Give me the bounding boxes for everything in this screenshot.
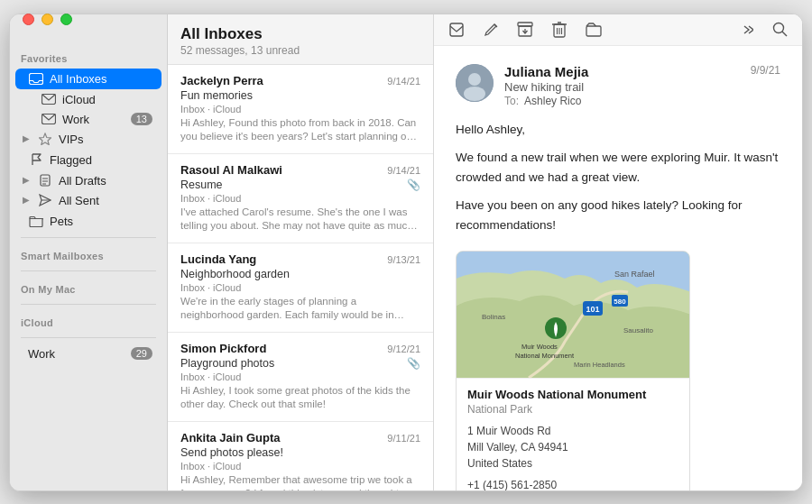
detail-to-name: Ashley Rico — [524, 95, 581, 107]
message-date: 9/12/21 — [387, 344, 420, 354]
message-item[interactable]: Simon Pickford 9/12/21 Playground photos… — [168, 333, 433, 422]
map-visual: 101 San Rafael Sausalito Bolinas Muir Wo… — [457, 252, 689, 378]
message-meta: Inbox · iCloud — [180, 461, 420, 472]
new-message-icon[interactable] — [447, 20, 466, 40]
sidebar-item-label: Work — [62, 113, 89, 126]
message-sender: Simon Pickford — [180, 342, 266, 355]
detail-header: Juliana Mejia New hiking trail To: Ashle… — [456, 64, 780, 107]
svg-text:Muir Woods: Muir Woods — [521, 343, 558, 351]
sidebar-divider-4 — [21, 337, 156, 338]
close-button[interactable] — [23, 14, 34, 25]
minimize-button[interactable] — [42, 14, 53, 25]
message-subject: Neighborhood garden — [180, 268, 420, 280]
sidebar-item-pets[interactable]: Pets — [15, 211, 161, 232]
paperplane-icon — [37, 194, 53, 206]
chevron-right-icon: ▶ — [23, 133, 33, 144]
message-list-title: All Inboxes — [180, 25, 420, 43]
message-meta: Inbox · iCloud — [180, 282, 420, 293]
svg-text:580: 580 — [614, 298, 626, 306]
message-item[interactable]: Rasoul Al Malkawi 9/14/21 Resume 📎 Inbox… — [168, 154, 433, 243]
sidebar-item-label: Work — [28, 347, 131, 361]
sidebar-item-label: iCloud — [62, 93, 96, 106]
on-my-mac-label: On My Mac — [10, 277, 167, 298]
message-subject: Playground photos — [180, 357, 403, 370]
sidebar-divider — [21, 237, 156, 238]
doc-icon — [37, 174, 53, 187]
message-list-subtitle: 52 messages, 13 unread — [180, 44, 420, 57]
sidebar-item-icloud[interactable]: iCloud — [15, 90, 161, 109]
map-card: 101 San Rafael Sausalito Bolinas Muir Wo… — [456, 251, 690, 490]
flag-icon — [28, 153, 44, 166]
detail-pane: Juliana Mejia New hiking trail To: Ashle… — [434, 14, 802, 490]
message-item[interactable]: Ankita Jain Gupta 9/11/21 Send photos pl… — [168, 422, 433, 490]
svg-text:San Rafael: San Rafael — [614, 270, 655, 279]
star-icon — [37, 133, 53, 145]
sidebar-item-work[interactable]: Work 13 — [15, 110, 161, 129]
sidebar-divider-3 — [21, 304, 156, 305]
sidebar-item-all-drafts[interactable]: ▶ All Drafts — [15, 171, 161, 190]
svg-text:Marin Headlands: Marin Headlands — [574, 361, 625, 369]
more-icon[interactable] — [735, 20, 755, 40]
maximize-button[interactable] — [60, 14, 72, 25]
message-date: 9/14/21 — [387, 165, 420, 176]
message-items: Jackelyn Perra 9/14/21 Fun memories Inbo… — [168, 65, 433, 490]
search-icon[interactable] — [770, 20, 789, 40]
message-preview: Hi Ashley, I took some great photos of t… — [180, 384, 420, 412]
detail-body-paragraph: We found a new trail when we were explor… — [456, 148, 780, 187]
message-item[interactable]: Lucinda Yang 9/13/21 Neighborhood garden… — [168, 243, 433, 333]
message-preview: We're in the early stages of planning a … — [180, 295, 420, 323]
message-meta: Inbox · iCloud — [180, 104, 420, 115]
svg-text:Sausalito: Sausalito — [623, 326, 653, 334]
message-sender: Rasoul Al Malkawi — [180, 163, 282, 177]
message-subject: Send photos please! — [180, 446, 420, 459]
sidebar-item-work-section[interactable]: Work 29 — [15, 344, 161, 364]
map-place-name: Muir Woods National Monument — [467, 388, 678, 401]
svg-text:Bolinas: Bolinas — [482, 313, 505, 321]
sidebar-item-label: All Drafts — [59, 174, 106, 188]
inbox-icon — [28, 72, 44, 85]
trash-icon[interactable] — [549, 20, 569, 40]
svg-point-23 — [773, 23, 783, 33]
detail-header-info: Juliana Mejia New hiking trail To: Ashle… — [504, 64, 740, 107]
message-preview: I've attached Carol's resume. She's the … — [180, 206, 420, 234]
map-info: Muir Woods National Monument National Pa… — [457, 378, 689, 490]
message-list-header: All Inboxes 52 messages, 13 unread — [168, 14, 433, 65]
svg-marker-3 — [40, 133, 51, 145]
envelope-icon — [41, 93, 57, 105]
detail-body-paragraph: Have you been on any good hikes lately? … — [456, 196, 780, 234]
folder-icon — [28, 215, 44, 227]
sidebar-divider-2 — [21, 270, 156, 271]
sidebar-item-label: Flagged — [50, 153, 152, 167]
sidebar-item-all-inboxes[interactable]: All Inboxes — [15, 69, 161, 89]
work-section-badge: 29 — [131, 347, 152, 360]
message-preview: Hi Ashley, Remember that awesome trip we… — [180, 473, 420, 490]
message-date: 9/13/21 — [387, 254, 420, 265]
sidebar: Favorites All Inboxes iCloud — [10, 14, 168, 490]
sidebar-item-all-sent[interactable]: ▶ All Sent — [15, 191, 161, 210]
detail-to: To: Ashley Rico — [504, 95, 740, 107]
sidebar-item-label: All Inboxes — [50, 72, 152, 86]
chevron-right-icon: ▶ — [23, 195, 33, 206]
svg-text:National Monument: National Monument — [515, 352, 575, 360]
move-icon[interactable] — [584, 20, 604, 40]
svg-point-26 — [468, 73, 481, 86]
smart-mailboxes-label: Smart Mailboxes — [10, 243, 167, 265]
sidebar-item-vips[interactable]: ▶ VIPs — [15, 130, 161, 149]
message-sender: Ankita Jain Gupta — [180, 431, 281, 444]
compose-icon[interactable] — [481, 20, 501, 40]
attachment-icon: 📎 — [407, 179, 420, 191]
map-address-line1: 1 Muir Woods Rd — [467, 425, 550, 437]
attachment-icon: 📎 — [407, 357, 420, 370]
message-subject: Fun memories — [180, 89, 420, 102]
sidebar-item-flagged[interactable]: Flagged — [15, 150, 161, 170]
map-address-line2: Mill Valley, CA 94941 — [467, 441, 568, 454]
message-meta: Inbox · iCloud — [180, 193, 420, 204]
map-address-line3: United States — [467, 457, 532, 470]
detail-content: Juliana Mejia New hiking trail To: Ashle… — [434, 46, 802, 490]
archive-icon[interactable] — [515, 20, 535, 40]
avatar — [456, 64, 494, 102]
svg-point-27 — [464, 87, 485, 101]
svg-text:101: 101 — [586, 305, 599, 314]
svg-rect-10 — [450, 23, 463, 36]
message-item[interactable]: Jackelyn Perra 9/14/21 Fun memories Inbo… — [168, 65, 433, 154]
